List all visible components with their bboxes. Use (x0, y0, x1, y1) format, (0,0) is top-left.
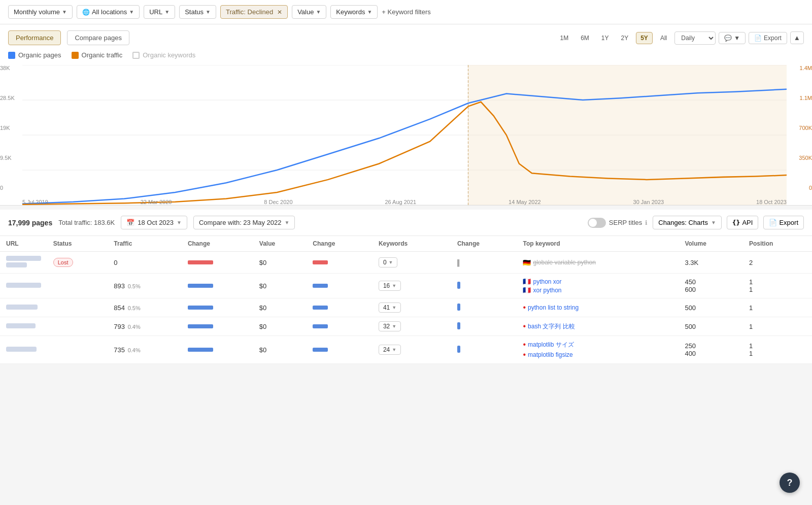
tab-performance[interactable]: Performance (8, 30, 61, 45)
col-traffic: Traffic (108, 236, 182, 252)
granularity-select[interactable]: Daily Weekly Monthly (674, 31, 716, 45)
url-blur-line1 (6, 256, 41, 261)
y-right-4: 0 (790, 185, 812, 191)
toolbar-right: SERP titles ℹ Changes: Charts ▼ {} API 📄… (588, 216, 804, 229)
dot-red-5b: • (523, 350, 526, 359)
change-traffic-2 (182, 274, 253, 298)
api-icon: {} (732, 219, 740, 226)
volume-cell-3: 500 (679, 298, 743, 317)
keywords-badge-2[interactable]: 16 ▼ (379, 281, 401, 291)
top-keyword-cell-4: • bash 文字列 比較 (517, 317, 679, 336)
value-cell-5: $0 (253, 336, 307, 364)
keyword-link-1[interactable]: globale variable python (533, 259, 595, 266)
keyword-link-5b[interactable]: matplotlib figsize (528, 351, 573, 358)
period-6m[interactable]: 6M (576, 32, 594, 44)
chart-area: 38K 28.5K 19K 9.5K 0 1.4M 1.1M 700K 350K… (0, 63, 812, 205)
col-keywords: Keywords (373, 236, 451, 252)
y-left-2: 19K (0, 125, 20, 131)
organic-traffic-label: Organic traffic (82, 51, 123, 59)
y-left-1: 28.5K (0, 95, 20, 101)
filter-bar: Monthly volume ▼ 🌐 All locations ▼ URL ▼… (0, 0, 812, 24)
table-row: 893 0.5% $0 16 ▼ (0, 274, 812, 298)
monthly-volume-filter[interactable]: Monthly volume ▼ (8, 5, 73, 19)
keywords-badge-3[interactable]: 41 ▼ (379, 302, 401, 313)
kw-change-3 (451, 298, 517, 317)
traffic-cell-5: 735 0.4% (108, 336, 182, 364)
collapse-chart-button[interactable]: ▲ (790, 31, 804, 44)
change-bar-blue-v5 (313, 348, 328, 352)
add-keyword-filter[interactable]: + Keyword filters (382, 8, 430, 16)
url-blur-line6 (6, 347, 37, 352)
status-filter[interactable]: Status ▼ (179, 5, 216, 19)
value-filter[interactable]: Value ▼ (292, 5, 326, 19)
keywords-cell-3: 41 ▼ (373, 298, 451, 317)
y-right-0: 1.4M (790, 65, 812, 71)
url-blur-line3 (6, 283, 41, 288)
value-label: Value (297, 8, 314, 16)
period-2y[interactable]: 2Y (617, 32, 633, 44)
traffic-cell-4: 793 0.4% (108, 317, 182, 336)
keywords-badge-1[interactable]: 0 ▼ (379, 257, 398, 267)
status-cell-4 (47, 317, 108, 336)
kw-change-5 (451, 336, 517, 364)
legend-organic-pages[interactable]: Organic pages (8, 51, 61, 59)
collapse-icon: ▲ (794, 34, 800, 42)
keywords-label: Keywords (336, 8, 365, 16)
period-5y[interactable]: 5Y (636, 32, 653, 44)
url-label: URL (149, 8, 162, 16)
legend-organic-traffic[interactable]: Organic traffic (72, 51, 123, 59)
change-value-2 (307, 274, 373, 298)
url-filter[interactable]: URL ▼ (144, 5, 175, 19)
col-status: Status (47, 236, 108, 252)
keyword-link-5a[interactable]: matplotlib サイズ (528, 341, 574, 349)
kw-change-2 (451, 274, 517, 298)
tab-compare-pages[interactable]: Compare pages (67, 30, 129, 45)
kw-change-bar-1: ▌ (457, 259, 462, 266)
value-cell-2: $0 (253, 274, 307, 298)
keywords-badge-5[interactable]: 24 ▼ (379, 345, 401, 355)
change-bar-red-v1 (313, 260, 328, 264)
serp-info-icon[interactable]: ℹ (645, 219, 648, 226)
period-1m[interactable]: 1M (555, 32, 573, 44)
status-label: Status (185, 8, 204, 16)
changes-button[interactable]: Changes: Charts ▼ (653, 216, 721, 229)
period-1y[interactable]: 1Y (597, 32, 614, 44)
keyword-link-4[interactable]: bash 文字列 比較 (528, 322, 575, 331)
kw-change-4 (451, 317, 517, 336)
traffic-declined-filter[interactable]: Traffic: Declined ✕ (220, 5, 288, 19)
date-picker-button[interactable]: 📅 18 Oct 2023 ▼ (121, 216, 187, 229)
position-cell-3: 1 (743, 298, 812, 317)
keyword-link-3[interactable]: python list to string (528, 304, 579, 311)
comment-chevron: ▼ (734, 35, 740, 42)
position-cell-2: 1 1 (743, 274, 812, 298)
col-position: Position (743, 236, 812, 252)
pos-5a: 1 (749, 342, 806, 350)
legend-organic-keywords[interactable]: Organic keywords (132, 51, 195, 59)
top-keyword-cell-3: • python list to string (517, 298, 679, 317)
serp-toggle-switch[interactable] (588, 218, 606, 228)
api-button[interactable]: {} API (727, 216, 759, 229)
all-locations-filter[interactable]: 🌐 All locations ▼ (77, 5, 140, 19)
keywords-badge-4[interactable]: 32 ▼ (379, 321, 401, 331)
traffic-declined-close[interactable]: ✕ (277, 9, 282, 16)
chart-tabs: Performance Compare pages (8, 30, 129, 45)
table-export-button[interactable]: 📄 Export (763, 216, 804, 229)
keyword-link-2a[interactable]: python xor (533, 278, 561, 285)
change-bar-blue-v3 (313, 306, 328, 310)
chart-export-button[interactable]: 📄 Export (749, 32, 787, 44)
y-left-3: 9.5K (0, 155, 20, 161)
chart-controls: 1M 6M 1Y 2Y 5Y All Daily Weekly Monthly … (555, 31, 804, 45)
export-label: Export (764, 35, 782, 42)
keywords-filter[interactable]: Keywords ▼ (330, 5, 378, 19)
kw-change-bar-4 (457, 322, 460, 329)
period-all[interactable]: All (656, 32, 671, 44)
keyword-link-2b[interactable]: xor python (533, 287, 561, 294)
change-value-1 (307, 252, 373, 274)
organic-pages-check (8, 52, 15, 59)
dot-red-3: • (523, 303, 526, 312)
chart-comment-button[interactable]: 💬 ▼ (719, 32, 746, 44)
compare-date-button[interactable]: Compare with: 23 May 2022 ▼ (193, 216, 295, 229)
traffic-total: Total traffic: 183.6K (58, 219, 115, 226)
traffic-pct-2: 0.5% (128, 283, 141, 289)
kw-sub-row-5a: • matplotlib サイズ (523, 340, 672, 349)
